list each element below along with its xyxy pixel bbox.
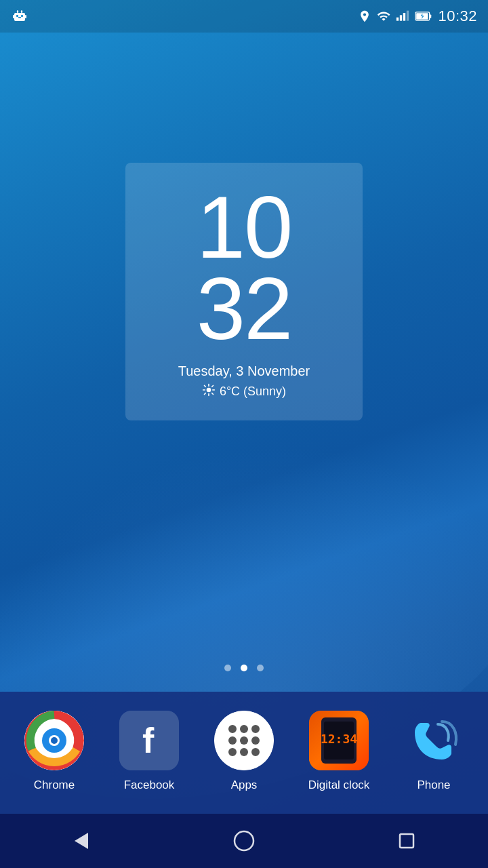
signal-icon [396,9,409,23]
svg-point-7 [21,10,22,12]
weather-text: 6°C (Sunny) [220,384,286,399]
wifi-icon [377,9,390,23]
clock-widget[interactable]: 10 32 Tuesday, 3 November 6°C (Sunny) [125,163,363,420]
svg-point-49 [235,831,253,850]
svg-rect-8 [13,15,14,18]
svg-text:f: f [142,721,155,760]
digital-clock-label: Digital clock [308,778,370,792]
phone-app[interactable]: Phone [393,711,474,792]
svg-line-25 [212,386,214,387]
clock-date: Tuesday, 3 November [139,363,349,379]
facebook-app[interactable]: f Facebook [108,711,190,792]
robot-icon [11,7,28,25]
svg-point-37 [251,725,260,733]
svg-marker-48 [75,833,88,849]
recents-button[interactable] [386,821,427,861]
svg-rect-11 [400,15,402,20]
page-dots [0,665,488,671]
nav-bar [0,814,488,868]
svg-point-31 [51,737,58,744]
svg-point-39 [240,736,248,745]
facebook-icon: f [119,711,179,770]
phone-label: Phone [417,778,450,792]
svg-rect-2 [21,15,23,17]
page-dot-1[interactable] [224,665,231,671]
location-icon [358,9,371,23]
svg-point-6 [17,10,18,12]
svg-rect-9 [25,15,26,18]
svg-rect-1 [16,15,18,17]
phone-icon [404,711,464,770]
status-icons: 10:32 [358,7,477,25]
back-button[interactable] [61,821,102,861]
svg-line-24 [204,393,205,395]
svg-line-22 [204,386,205,387]
page-dot-3[interactable] [257,665,264,671]
clock-minute: 32 [139,264,349,353]
svg-point-35 [228,725,237,733]
chrome-icon [24,711,84,770]
apps-app[interactable]: Apps [203,711,285,792]
battery-icon [415,9,432,23]
svg-point-38 [228,736,237,745]
status-bar: 10:32 [0,0,488,33]
chrome-app[interactable]: Chrome [14,711,95,792]
facebook-label: Facebook [124,778,175,792]
clock-hour: 10 [139,183,349,271]
sun-icon [202,383,216,400]
clock-weather: 6°C (Sunny) [139,383,349,400]
status-time: 10:32 [438,7,477,25]
svg-rect-50 [400,834,413,848]
svg-rect-12 [403,13,405,21]
apps-label: Apps [231,778,258,792]
svg-point-42 [240,748,248,756]
svg-point-40 [251,736,260,745]
svg-line-23 [212,393,214,395]
svg-rect-10 [396,18,399,21]
status-left [11,7,28,25]
page-dot-2[interactable] [241,665,247,671]
svg-rect-3 [18,17,21,18]
svg-point-17 [207,388,211,393]
svg-rect-16 [430,14,432,18]
digital-clock-app[interactable]: 12:34 Digital clock [298,711,380,792]
svg-point-41 [228,748,237,756]
svg-rect-13 [407,11,409,21]
apps-icon [214,711,274,770]
svg-point-36 [240,725,248,733]
chrome-label: Chrome [34,778,75,792]
svg-text:12:34: 12:34 [321,732,357,746]
home-button[interactable] [224,821,264,861]
dock-apps: Chrome f Facebook [0,692,488,799]
svg-point-43 [251,748,260,756]
digital-clock-icon: 12:34 [309,711,369,770]
